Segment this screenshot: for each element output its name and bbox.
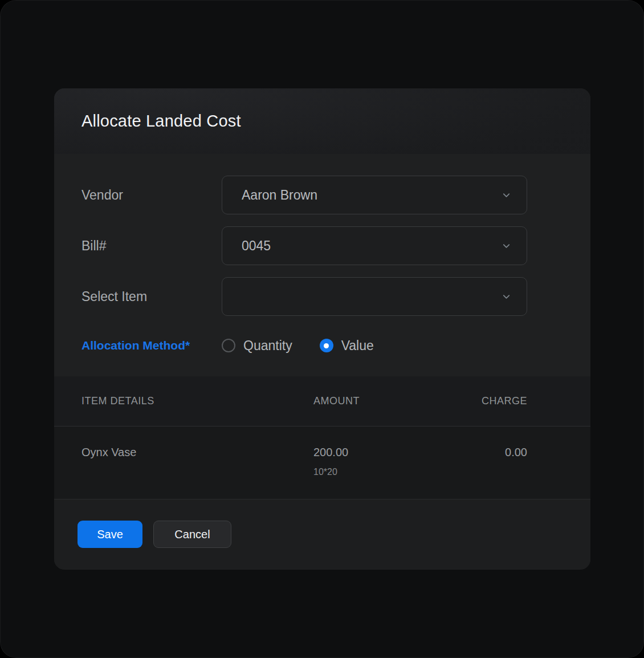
chevron-down-icon (501, 241, 512, 251)
select-item-select[interactable] (222, 277, 527, 316)
radio-selected-icon (320, 339, 333, 352)
dialog-footer: Save Cancel (54, 499, 590, 569)
allocation-method-row: Allocation Method* Quantity Value (81, 332, 527, 359)
select-item-label: Select Item (81, 289, 222, 304)
radio-quantity-label: Quantity (243, 338, 292, 354)
charge-cell: 0.00 (505, 446, 527, 459)
bill-select[interactable]: 0045 (222, 226, 527, 265)
allocate-landed-cost-dialog: Allocate Landed Cost Vendor Aaron Brown … (54, 88, 590, 570)
radio-unselected-icon (222, 339, 235, 352)
bill-row: Bill# 0045 (81, 226, 527, 265)
dialog-title: Allocate Landed Cost (81, 112, 241, 131)
amount-breakdown: 10*20 (313, 467, 505, 477)
column-header-item-details: ITEM DETAILS (81, 395, 313, 407)
select-item-row: Select Item (81, 277, 527, 316)
chevron-down-icon (501, 190, 512, 201)
radio-quantity[interactable]: Quantity (222, 338, 292, 354)
vendor-select-value: Aaron Brown (242, 188, 501, 203)
amount-value: 200.00 (313, 446, 505, 459)
item-name-cell: Oynx Vase (81, 446, 313, 459)
radio-value[interactable]: Value (320, 338, 374, 354)
allocation-method-label: Allocation Method* (81, 339, 222, 352)
vendor-label: Vendor (81, 188, 222, 203)
form-section: Vendor Aaron Brown Bill# 0045 (54, 154, 590, 376)
chevron-down-icon (501, 291, 512, 302)
column-header-charge: CHARGE (482, 395, 527, 407)
bill-label: Bill# (81, 238, 222, 254)
amount-cell: 200.00 10*20 (313, 446, 505, 477)
dialog-header: Allocate Landed Cost (54, 88, 590, 154)
vendor-row: Vendor Aaron Brown (81, 176, 527, 214)
bill-select-value: 0045 (242, 238, 501, 254)
allocation-method-radio-group: Quantity Value (222, 338, 401, 354)
vendor-select[interactable]: Aaron Brown (222, 176, 527, 214)
table-row: Oynx Vase 200.00 10*20 0.00 (54, 427, 590, 499)
table-header: ITEM DETAILS AMOUNT CHARGE (54, 376, 590, 427)
page-background: Allocate Landed Cost Vendor Aaron Brown … (0, 0, 644, 658)
radio-value-label: Value (341, 338, 374, 354)
column-header-amount: AMOUNT (313, 395, 482, 407)
save-button[interactable]: Save (78, 521, 142, 548)
cancel-button[interactable]: Cancel (153, 521, 231, 548)
